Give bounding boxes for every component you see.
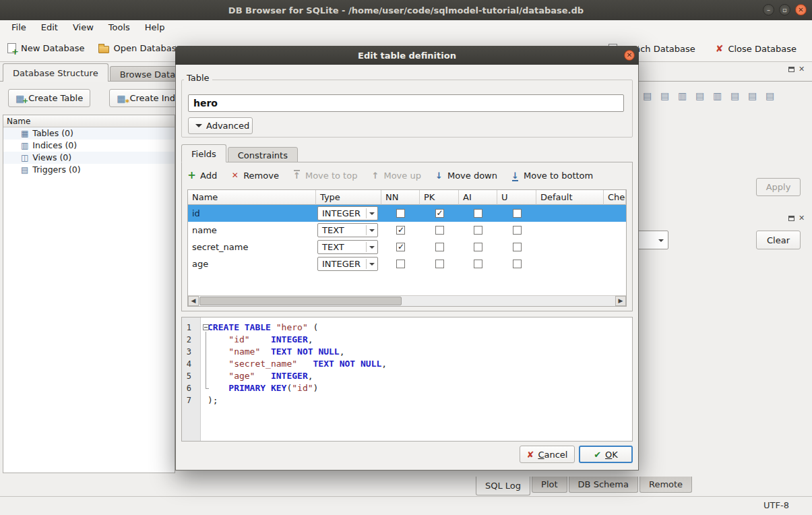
tree-items: ▦Tables (0)▥Indices (0)◫Views (0)▤Trigge… xyxy=(3,127,175,176)
bottom-tab-remote[interactable]: Remote xyxy=(639,477,692,493)
u-checkbox[interactable] xyxy=(513,260,522,268)
cancel-label: Cancel xyxy=(538,450,567,460)
pk-checkbox[interactable] xyxy=(435,243,444,251)
maximize-icon[interactable]: ▫ xyxy=(779,4,790,16)
type-combobox[interactable]: TEXT xyxy=(317,240,378,254)
panel-toolbar-icon-4[interactable]: ▤ xyxy=(693,88,707,104)
column-header-nn[interactable]: NN xyxy=(381,190,420,205)
nn-checkbox[interactable] xyxy=(396,226,405,235)
column-header-check[interactable]: Check xyxy=(604,190,626,205)
dialog-tabbar: FieldsConstraints xyxy=(181,144,299,162)
ok-button[interactable]: ✔ OK xyxy=(579,446,633,463)
nn-checkbox[interactable] xyxy=(396,260,405,268)
field-row-age[interactable]: ageINTEGER xyxy=(188,255,626,272)
bottom-tab-plot[interactable]: Plot xyxy=(532,477,567,493)
float-panel-icon[interactable] xyxy=(788,216,794,221)
tree-item-tables[interactable]: ▦Tables (0) xyxy=(3,127,175,140)
panel-toolbar-icon-8[interactable]: ▤ xyxy=(763,88,777,104)
panel-toolbar-icon-2[interactable]: ▤ xyxy=(658,88,672,104)
pk-checkbox[interactable] xyxy=(435,260,444,268)
close-panel-icon[interactable]: ✕ xyxy=(799,214,805,222)
horizontal-scrollbar[interactable]: ◀ ▶ xyxy=(188,295,626,306)
menu-view[interactable]: View xyxy=(65,20,101,35)
panel-toolbar-icon-3[interactable]: ▥ xyxy=(675,88,689,104)
u-checkbox[interactable] xyxy=(513,243,522,251)
u-checkbox[interactable] xyxy=(513,226,522,235)
move-bottom-icon: ↓ xyxy=(511,171,520,181)
ai-cell xyxy=(459,255,497,272)
float-panel-icon[interactable] xyxy=(788,67,794,72)
bottom-tab-db-schema[interactable]: DB Schema xyxy=(569,477,638,493)
remove-button[interactable]: ✕Remove xyxy=(230,171,279,181)
bottom-tab-sql-log[interactable]: SQL Log xyxy=(476,477,530,495)
field-name-cell: age xyxy=(188,255,316,272)
index-icon: ▥ xyxy=(21,140,28,152)
edit-cell-toolbar: ▤▤▥▤▥▤▤▤ xyxy=(640,88,777,104)
nn-checkbox[interactable] xyxy=(396,243,405,251)
close-icon[interactable]: ✕ xyxy=(795,4,807,16)
clear-button[interactable]: Clear xyxy=(756,231,801,249)
ai-checkbox[interactable] xyxy=(474,260,482,268)
toolbar-open-database[interactable]: Open Database xyxy=(92,38,188,59)
dialog-tab-fields[interactable]: Fields xyxy=(181,144,226,162)
dialog-close-icon[interactable]: ✕ xyxy=(624,50,635,61)
dialog-titlebar[interactable]: Edit table definition ✕ xyxy=(175,46,639,65)
tree-header-name[interactable]: Name xyxy=(3,115,175,127)
type-combobox[interactable]: TEXT xyxy=(317,223,378,237)
minimize-icon[interactable]: – xyxy=(763,4,774,16)
panel-toolbar-icon-6[interactable]: ▤ xyxy=(728,88,742,104)
tree-item-triggers[interactable]: ▤Triggers (0) xyxy=(3,164,175,176)
menu-file[interactable]: File xyxy=(4,20,34,35)
sql-token: INTEGER xyxy=(271,334,308,344)
fold-collapse-icon[interactable] xyxy=(203,324,209,330)
sql-token xyxy=(208,383,228,393)
advanced-button[interactable]: Advanced xyxy=(188,117,253,134)
pk-checkbox[interactable] xyxy=(435,209,444,218)
sql-preview-editor[interactable]: 1CREATE TABLE "hero" (2 "id" INTEGER,3 "… xyxy=(181,317,633,442)
type-combobox[interactable]: INTEGER xyxy=(317,257,378,271)
panel-toolbar-icon-1[interactable]: ▤ xyxy=(640,88,654,104)
scroll-left-icon[interactable]: ◀ xyxy=(188,296,199,306)
column-header-pk[interactable]: PK xyxy=(420,190,459,205)
field-row-name[interactable]: nameTEXT xyxy=(188,222,626,239)
pk-checkbox[interactable] xyxy=(435,226,444,235)
add-button[interactable]: +Add xyxy=(187,169,217,181)
column-header-name[interactable]: Name xyxy=(188,190,316,205)
menu-tools[interactable]: Tools xyxy=(101,20,137,35)
tree-item-indices[interactable]: ▥Indices (0) xyxy=(3,140,175,152)
menu-edit[interactable]: Edit xyxy=(34,20,65,35)
ai-checkbox[interactable] xyxy=(474,226,482,235)
create-table-button[interactable]: ▦Create Table xyxy=(8,89,90,107)
menu-help[interactable]: Help xyxy=(137,20,173,35)
scroll-right-icon[interactable]: ▶ xyxy=(615,296,626,306)
database-structure-tree[interactable]: Name ▦Tables (0)▥Indices (0)◫Views (0)▤T… xyxy=(3,115,175,473)
u-checkbox[interactable] xyxy=(513,209,522,218)
field-row-secret-name[interactable]: secret_nameTEXT xyxy=(188,239,626,255)
ai-checkbox[interactable] xyxy=(474,243,482,251)
nn-checkbox[interactable] xyxy=(396,209,405,218)
tree-item-views[interactable]: ◫Views (0) xyxy=(3,152,175,164)
column-header-u[interactable]: U xyxy=(497,190,536,205)
column-header-type[interactable]: Type xyxy=(316,190,381,205)
tab-browse-data[interactable]: Browse Data xyxy=(110,66,186,82)
move-down-button[interactable]: ↓Move down xyxy=(435,171,497,181)
tab-database-structure[interactable]: Database Structure xyxy=(3,63,108,82)
table-name-input[interactable] xyxy=(188,94,624,112)
cancel-button[interactable]: ✘ Cancel xyxy=(520,446,575,463)
column-header-ai[interactable]: AI xyxy=(459,190,497,205)
toolbar-close-database[interactable]: ✘Close Database xyxy=(710,38,803,59)
sql-token xyxy=(208,371,228,381)
column-header-default[interactable]: Default xyxy=(536,190,604,205)
apply-button[interactable]: Apply xyxy=(756,178,801,196)
panel-toolbar-icon-7[interactable]: ▤ xyxy=(745,88,759,104)
panel-toolbar-icon-5[interactable]: ▥ xyxy=(710,88,724,104)
window-titlebar[interactable]: DB Browser for SQLite - /home/user/code/… xyxy=(0,0,812,20)
move-to-bottom-button[interactable]: ↓Move to bottom xyxy=(511,171,593,181)
dialog-tab-constraints[interactable]: Constraints xyxy=(228,147,298,162)
type-combobox[interactable]: INTEGER xyxy=(317,206,378,220)
ai-checkbox[interactable] xyxy=(474,209,482,218)
close-panel-icon[interactable]: ✕ xyxy=(799,65,805,73)
scrollbar-handle[interactable] xyxy=(199,297,402,305)
toolbar-new-database[interactable]: New Database xyxy=(1,38,91,59)
field-row-id[interactable]: idINTEGER xyxy=(188,205,626,222)
